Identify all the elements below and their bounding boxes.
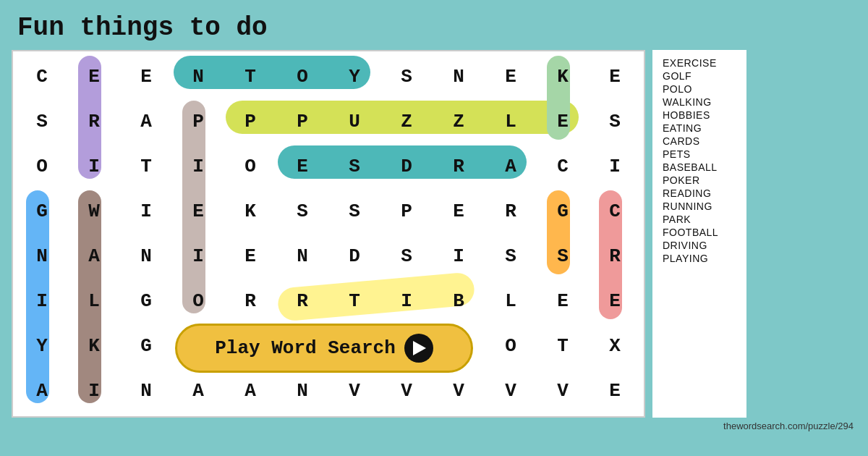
grid-cell: N xyxy=(120,234,172,279)
grid-cell: K xyxy=(537,54,589,99)
play-triangle-icon xyxy=(413,341,426,355)
grid-cell: P xyxy=(380,189,433,234)
grid-cell: G xyxy=(120,324,172,368)
grid-cell: S xyxy=(380,234,433,279)
grid-cell: N xyxy=(276,368,328,413)
grid-cell: D xyxy=(328,234,380,279)
word-list-item: READING xyxy=(663,187,736,199)
grid-cell: O xyxy=(276,54,328,99)
grid-cell: I xyxy=(68,144,120,189)
grid-cell: Y xyxy=(328,54,380,99)
word-list-item: DRIVING xyxy=(663,240,736,251)
grid-cell: C xyxy=(589,189,641,234)
grid-cell: I xyxy=(172,144,224,189)
grid-cell: Z xyxy=(433,99,485,144)
grid-cell: R xyxy=(589,234,641,279)
grid-cell: S xyxy=(537,234,589,279)
grid-cell: V xyxy=(433,368,485,413)
grid-cell: E xyxy=(485,54,537,99)
word-list-item: EXERCISE xyxy=(663,57,736,69)
grid-cell: T xyxy=(224,54,276,99)
grid-cell: K xyxy=(224,189,276,234)
grid-cell: V xyxy=(537,368,589,413)
word-list-item: WALKING xyxy=(663,96,736,108)
grid-cell: I xyxy=(589,144,641,189)
grid-cell: L xyxy=(485,279,537,324)
grid-cell: Z xyxy=(380,99,433,144)
grid-cell: S xyxy=(276,189,328,234)
grid-cell: S xyxy=(328,144,380,189)
grid-cell: R xyxy=(485,189,537,234)
grid-cell: I xyxy=(68,368,120,413)
puzzle-grid-wrapper: CEENTOYSNEKESRAPPPUZZLESOITIOESDRACIGWIE… xyxy=(12,50,645,418)
grid-cell: N xyxy=(16,234,68,279)
grid-cell: E xyxy=(276,144,328,189)
word-list-item: POKER xyxy=(663,174,736,186)
grid-cell: K xyxy=(68,324,120,368)
word-list-item: GOLF xyxy=(663,70,736,82)
grid-cell: E xyxy=(433,189,485,234)
word-list: EXERCISEGOLFPOLOWALKINGHOBBIESEATINGCARD… xyxy=(652,50,746,418)
grid-cell: O xyxy=(224,144,276,189)
grid-cell: E xyxy=(172,189,224,234)
grid-cell: P xyxy=(276,99,328,144)
grid-cell: A xyxy=(16,368,68,413)
grid-cell: P xyxy=(172,99,224,144)
grid-cell: A xyxy=(172,368,224,413)
grid-cell: I xyxy=(120,189,172,234)
grid-cell: O xyxy=(172,279,224,324)
grid-cell: R xyxy=(68,99,120,144)
footer-text: thewordsearch.com/puzzle/294 xyxy=(0,418,868,431)
word-list-item: FOOTBALL xyxy=(663,227,736,238)
word-list-item: PARK xyxy=(663,214,736,225)
grid-cell: O xyxy=(16,144,68,189)
grid-cell: W xyxy=(68,189,120,234)
grid-cell: S xyxy=(328,189,380,234)
grid-cell: E xyxy=(120,54,172,99)
grid-cell: L xyxy=(485,99,537,144)
grid-cell: E xyxy=(537,99,589,144)
grid-cell: N xyxy=(120,368,172,413)
grid-cell: S xyxy=(589,99,641,144)
grid-cell: N xyxy=(433,54,485,99)
grid-cell: V xyxy=(328,368,380,413)
grid-cell: V xyxy=(380,368,433,413)
grid-cell: Y xyxy=(16,324,68,368)
grid-cell: A xyxy=(224,368,276,413)
grid-cell: R xyxy=(224,279,276,324)
word-list-item: PETS xyxy=(663,148,736,160)
grid-cell: G xyxy=(16,189,68,234)
grid-cell: I xyxy=(433,234,485,279)
play-icon xyxy=(404,334,433,363)
grid-cell: U xyxy=(328,99,380,144)
play-button[interactable]: Play Word Search xyxy=(175,324,473,373)
grid-cell: G xyxy=(120,279,172,324)
grid-cell: I xyxy=(172,234,224,279)
title: Fun things to do xyxy=(0,0,868,50)
grid-cell: R xyxy=(433,144,485,189)
word-list-item: CARDS xyxy=(663,135,736,147)
grid-cell: S xyxy=(16,99,68,144)
grid-cell: D xyxy=(380,144,433,189)
grid-cell: V xyxy=(485,368,537,413)
grid-cell: E xyxy=(589,279,641,324)
grid-cell: T xyxy=(328,279,380,324)
grid-cell: E xyxy=(224,234,276,279)
grid-cell: A xyxy=(485,144,537,189)
grid-cell: A xyxy=(120,99,172,144)
grid-cell: R xyxy=(276,279,328,324)
word-list-item: RUNNING xyxy=(663,200,736,212)
grid-cell: E xyxy=(68,54,120,99)
grid-cell: X xyxy=(589,324,641,368)
grid-cell: C xyxy=(16,54,68,99)
grid-cell: E xyxy=(589,368,641,413)
grid-cell: N xyxy=(276,234,328,279)
grid-cell: O xyxy=(485,324,537,368)
grid-cell: S xyxy=(485,234,537,279)
play-button-label: Play Word Search xyxy=(215,337,396,359)
grid-cell: P xyxy=(224,99,276,144)
grid-cell: T xyxy=(120,144,172,189)
grid-cell: G xyxy=(537,189,589,234)
word-list-item: PLAYING xyxy=(663,253,736,264)
word-list-item: HOBBIES xyxy=(663,109,736,121)
